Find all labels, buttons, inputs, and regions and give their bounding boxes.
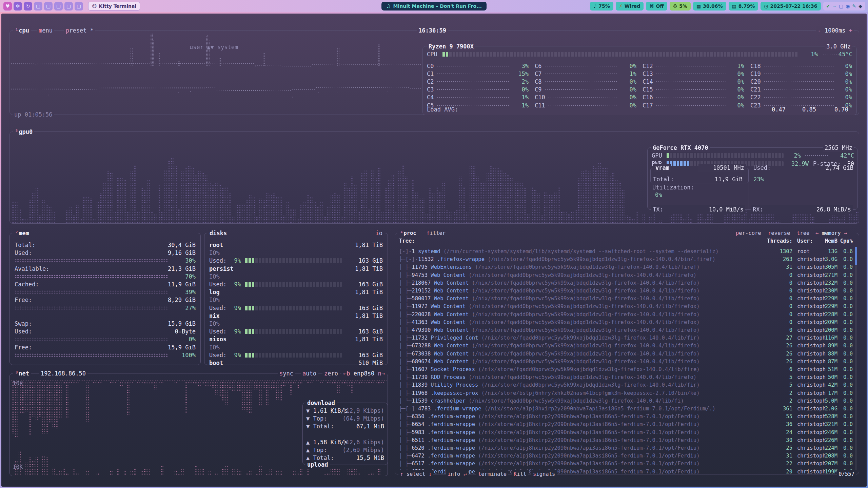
tree-button[interactable]: tree bbox=[795, 229, 811, 237]
process-row-6654[interactable]: │ ├─6654 .ferdium-wrappe (/nix/store/a1p… bbox=[395, 421, 859, 429]
process-row-94753[interactable]: │ ├─94753 Web Content (/nix/store/fqadd0… bbox=[395, 272, 859, 280]
disk-size: 1,81 TiB bbox=[355, 265, 383, 273]
heart-icon[interactable]: ♥ bbox=[3, 2, 12, 11]
vram-used: 2,74 GiB bbox=[816, 164, 853, 172]
clock-pill[interactable]: ◷2025-07-22 16:36 bbox=[761, 2, 821, 11]
process-row-6350[interactable]: │ ├─6350 .ferdium-wrappe (/nix/store/a1p… bbox=[395, 413, 859, 421]
process-row-219152[interactable]: │ ├─219152 Web Content (/nix/store/fqadd… bbox=[395, 288, 859, 296]
cpu-load-pill[interactable]: ♻5% bbox=[670, 2, 691, 11]
network-icon: ⚡ bbox=[619, 3, 623, 9]
cpu-details-panel: Ryzen 9 7900X 3.0 GHz CPU 1% 45°C C03%C1… bbox=[422, 46, 857, 115]
io-mode-button[interactable]: io bbox=[374, 229, 384, 237]
process-row-6511[interactable]: │ ├─6511 .ferdium-wrappe (/nix/store/a1p… bbox=[395, 437, 859, 445]
process-row-673288[interactable]: │ ├─673288 Web Content (/nix/store/fqadd… bbox=[395, 343, 859, 350]
volume-pill[interactable]: ♪75% bbox=[590, 2, 613, 11]
kill-button[interactable]: Kill bbox=[512, 470, 528, 478]
auto-button[interactable]: auto bbox=[301, 369, 318, 378]
app-icon-2[interactable]: ▢ bbox=[44, 2, 53, 11]
process-row-580017[interactable]: │ ├─580017 Web Content (/nix/store/fqadd… bbox=[395, 296, 859, 303]
mem-meter bbox=[15, 337, 168, 342]
process-command: ├─[-]-4783 .ferdium-wrappe (/nix/store/a… bbox=[399, 406, 767, 412]
memory-pill[interactable]: ▦30.06% bbox=[693, 2, 726, 11]
process-row-5983[interactable]: │ ├─5983 .ferdium-wrappe (/nix/store/a1p… bbox=[395, 429, 859, 437]
process-row-218067[interactable]: │ ├─218067 Web Content (/nix/store/fqadd… bbox=[395, 280, 859, 288]
reload-icon[interactable]: ↻ bbox=[24, 2, 32, 11]
process-row-11732[interactable]: │ ├─11732 Privileged Cont (/nix/store/fq… bbox=[395, 335, 859, 343]
process-row-11539[interactable]: │ └─11539 crashhelper (/nix/store/fqadd0… bbox=[395, 398, 859, 406]
gpu-utilization-label: Utilization: bbox=[652, 184, 694, 191]
process-scrollbar-thumb[interactable] bbox=[855, 247, 857, 265]
filter-button[interactable]: filter bbox=[425, 229, 447, 237]
disks-box: disks io root1,81 TiBIO%Used:9%163 GiBpe… bbox=[204, 233, 388, 365]
process-row-673038[interactable]: │ ├─673038 Web Content (/nix/store/fqadd… bbox=[395, 351, 859, 359]
preset-button[interactable]: preset * bbox=[64, 26, 95, 35]
process-cpu: 0.0 bbox=[833, 288, 853, 294]
window-icon[interactable]: ▢ bbox=[839, 3, 843, 9]
cpu-load-icon: ♻ bbox=[673, 3, 677, 9]
app-icon-4[interactable]: ▢ bbox=[64, 2, 73, 11]
menu-button[interactable]: menu bbox=[37, 26, 54, 35]
process-command: │ ├─6654 .ferdium-wrappe (/nix/store/a1p… bbox=[399, 421, 767, 427]
volume-label: 75% bbox=[598, 3, 610, 9]
process-row-4783[interactable]: ├─[-]-4783 .ferdium-wrappe (/nix/store/a… bbox=[395, 406, 859, 413]
process-row-41363[interactable]: │ ├─41363 Web Content (/nix/store/fqadd0… bbox=[395, 319, 859, 327]
disk-used-value: 163 GiB bbox=[358, 281, 383, 288]
zero-button[interactable]: zero bbox=[322, 369, 340, 378]
active-window-button[interactable]: ☺ Kitty Terminal bbox=[88, 2, 140, 11]
interface-switch[interactable]: ←b enp8s0 n→ bbox=[341, 369, 387, 378]
process-row-220028[interactable]: │ ├─220028 Web Content (/nix/store/fqadd… bbox=[395, 311, 859, 319]
reverse-button[interactable]: reverse bbox=[766, 229, 792, 237]
process-threads: 0 bbox=[754, 296, 792, 302]
nixos-icon[interactable]: ✻ bbox=[14, 2, 22, 11]
select-buttons[interactable]: ↑ select ↓ bbox=[398, 470, 433, 478]
process-row-689674[interactable]: │ ├─689674 Web Content (/nix/store/fqadd… bbox=[395, 359, 859, 366]
status-pills: ♪75%⚡Wired⌘Off♻5%▦30.06%▤8.79%◷2025-07-2… bbox=[590, 2, 821, 11]
process-command: │ ├─6472 .ferdium-wrappe (/nix/store/a1p… bbox=[399, 453, 767, 459]
process-row-479390[interactable]: │ ├─479390 Web Content (/nix/store/fqadd… bbox=[395, 327, 859, 335]
media-player-pill[interactable]: ♫ Minuit Machine – Don't Run Fro... bbox=[381, 2, 487, 11]
process-row-6520[interactable]: │ ├─6520 .ferdium-wrappe (/nix/store/a1p… bbox=[395, 445, 859, 453]
signals-button[interactable]: signals bbox=[531, 470, 557, 478]
cpu-graph-legend: user ▲▼ system bbox=[190, 43, 238, 51]
sort-column-switch[interactable]: ← memory → bbox=[814, 229, 849, 237]
process-row-11839[interactable]: │ ├─11839 Utility Process (/nix/store/fq… bbox=[395, 382, 859, 390]
process-command: │ ├─673038 Web Content (/nix/store/fqadd… bbox=[399, 351, 767, 357]
update-interval[interactable]: - 1000ms + bbox=[816, 26, 854, 35]
process-row-11607[interactable]: │ ├─11607 Socket Process (/nix/store/fqa… bbox=[395, 366, 859, 374]
terminate-button[interactable]: terminate bbox=[476, 470, 508, 478]
network-pill[interactable]: ⚡Wired bbox=[616, 2, 644, 11]
process-row-6517[interactable]: │ ├─6517 .ferdium-wrappe (/nix/store/a1p… bbox=[395, 461, 859, 468]
core-c10: C100% bbox=[535, 94, 636, 101]
app-icon-1[interactable]: ▢ bbox=[34, 2, 42, 11]
process-scrollbar-track[interactable] bbox=[855, 247, 857, 470]
process-row-6472[interactable]: │ ├─6472 .ferdium-wrappe (/nix/store/a1p… bbox=[395, 453, 859, 461]
pencil-icon[interactable]: ✎ bbox=[852, 3, 856, 9]
sync-button[interactable]: sync bbox=[278, 369, 295, 378]
process-row-1[interactable]: [-]-1 systemd (/run/current-system/syste… bbox=[395, 248, 859, 256]
download-label: download bbox=[305, 399, 337, 407]
check-icon[interactable]: ✔ bbox=[826, 3, 830, 9]
net-stat-right: 67,1 MiB bbox=[356, 423, 384, 430]
process-row-11968[interactable]: │ ├─11968 .keepassxc-prox (/nix/store/bs… bbox=[395, 390, 859, 398]
disk-io-label: IO% bbox=[209, 249, 220, 257]
process-row-11532[interactable]: ├─[-]-11532 .firefox-wrappe (/nix/store/… bbox=[395, 256, 859, 264]
wave-icon[interactable]: ~ bbox=[832, 3, 836, 9]
core-c7: C71% bbox=[535, 70, 636, 78]
dot-icon[interactable]: ◉ bbox=[846, 3, 850, 9]
process-cpu: 0.0 bbox=[833, 335, 853, 341]
info-button[interactable]: info ↵ bbox=[446, 470, 468, 478]
toggle-pill[interactable]: ⌘Off bbox=[646, 2, 667, 11]
app-icon-5[interactable]: ▢ bbox=[75, 2, 83, 11]
net-stat-left: ▼ Top: bbox=[306, 415, 327, 423]
bell-icon[interactable]: ◆ bbox=[859, 3, 862, 9]
selection-count: 0/557 bbox=[837, 470, 856, 478]
process-row-11972[interactable]: │ ├─11972 Web Content (/nix/store/fqadd0… bbox=[395, 303, 859, 311]
process-command: │ ├─673288 Web Content (/nix/store/fqadd… bbox=[399, 343, 767, 349]
per-core-button[interactable]: per-core bbox=[734, 229, 763, 237]
mem-label: Swap: bbox=[15, 320, 32, 328]
app-icon-3[interactable]: ▢ bbox=[54, 2, 63, 11]
disk-size: 1,81 TiB bbox=[355, 241, 383, 249]
process-row-11795[interactable]: │ ├─11795 WebExtensions (/nix/store/fqad… bbox=[395, 264, 859, 272]
process-row-11739[interactable]: │ ├─11739 RDD Process (/nix/store/fqadd0… bbox=[395, 374, 859, 382]
disk-pill[interactable]: ▤8.79% bbox=[729, 2, 758, 11]
